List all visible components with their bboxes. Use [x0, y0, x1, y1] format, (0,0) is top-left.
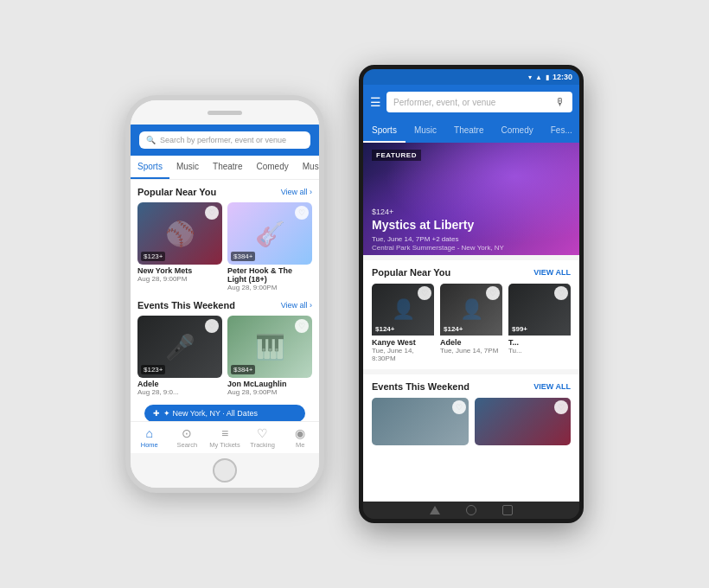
heart-icon-jon[interactable]: ♡	[295, 319, 309, 333]
card-image-adele-android: 👤 ♡ $124+	[440, 284, 502, 336]
card-adele[interactable]: 🎤 $123+ ♡	[137, 316, 222, 378]
third-date: Tu...	[508, 347, 571, 355]
android-tab-theatre[interactable]: Theatre	[445, 119, 492, 143]
android-popular-view-all[interactable]: VIEW ALL	[533, 268, 571, 277]
android-popular-header: Popular Near You VIEW ALL	[372, 267, 571, 278]
microphone-icon[interactable]: 🎙	[555, 96, 565, 108]
card-image-kanye: 👤 ♡ $124+	[372, 284, 434, 336]
card-info-peter: Peter Hook & The Light (18+) Aug 28, 9:0…	[227, 265, 312, 293]
tab-sports[interactable]: Sports	[131, 156, 169, 179]
search-placeholder-text: Search by performer, event or venue	[160, 136, 286, 144]
nav-tracking[interactable]: ♡ Tracking	[244, 422, 282, 453]
iphone-search-bar: 🔍 Search by performer, event or venue	[131, 125, 319, 156]
heart-icon-adele-android[interactable]: ♡	[486, 286, 500, 300]
featured-label: FEATURED	[372, 150, 421, 161]
iphone-device: 🔍 Search by performer, event or venue Sp…	[125, 95, 324, 493]
list-item[interactable]: ⚾ $123+ ♡ New York Mets Aug 28, 9:00PM	[137, 202, 222, 293]
nav-home[interactable]: ⌂ Home	[131, 422, 169, 453]
iphone-home-button[interactable]	[213, 458, 237, 483]
android-search-bar: ☰ Performer, event, or venue 🎙	[363, 85, 579, 119]
popular-title: Popular Near You	[137, 187, 216, 197]
android-popular-title: Popular Near You	[372, 267, 450, 278]
card-name-mets: New York Mets	[137, 266, 222, 275]
battery-icon: ▮	[546, 74, 549, 81]
tab-comedy[interactable]: Comedy	[250, 156, 296, 179]
featured-date: Tue, June 14, 7PM +2 dates	[372, 235, 458, 243]
kanye-date: Tue, June 14, 8:30PM	[372, 347, 434, 362]
tickets-icon: ≡	[221, 426, 228, 440]
card-image-third: ♡ $99+	[508, 284, 571, 336]
list-item[interactable]: 👤 ♡ $124+ Kanye West Tue, June 14, 8:30P…	[372, 284, 434, 362]
tab-music[interactable]: Music	[169, 156, 206, 179]
adele-price: $124+	[444, 325, 463, 333]
android-popular-section: Popular Near You VIEW ALL 👤 ♡ $124+ Kany…	[363, 260, 579, 369]
list-item[interactable]: 👤 ♡ $124+ Adele Tue, June 14, 7PM	[440, 284, 502, 362]
heart-icon-adele[interactable]: ♡	[205, 319, 219, 333]
signal-icon: ▲	[535, 74, 542, 81]
nav-home-label: Home	[141, 441, 158, 449]
home-icon: ⌂	[146, 426, 153, 440]
heart-icon-kanye[interactable]: ♡	[418, 286, 431, 300]
adele-name: Adele	[440, 338, 502, 347]
card-price-adele: $123+	[141, 365, 165, 374]
featured-title: Mystics at Liberty	[372, 218, 474, 232]
android-tab-comedy[interactable]: Comedy	[493, 119, 542, 143]
hamburger-icon[interactable]: ☰	[370, 95, 381, 109]
card-mets[interactable]: ⚾ $123+ ♡	[137, 202, 222, 265]
card-name-peter: Peter Hook & The Light (18+)	[227, 266, 312, 284]
heart-icon-third[interactable]: ♡	[554, 286, 568, 300]
list-item[interactable]: ♡	[372, 398, 469, 445]
card-name-jon: Jon McLaughlin	[227, 380, 312, 388]
nav-me-label: Me	[296, 441, 304, 449]
recents-button[interactable]	[502, 505, 513, 515]
android-weekend-view-all[interactable]: VIEW ALL	[533, 382, 571, 391]
iphone-speaker	[208, 111, 242, 115]
card-peter[interactable]: 🎸 $384+ ♡	[227, 202, 312, 265]
iphone-search-input[interactable]: 🔍 Search by performer, event or venue	[139, 131, 310, 149]
weekend-title: Events This Weekend	[137, 300, 235, 310]
weekend-view-all[interactable]: View all ›	[281, 301, 312, 310]
home-button[interactable]	[466, 505, 476, 515]
location-filter-pill[interactable]: ✚ ✦ New York, NY · All Dates	[144, 405, 305, 421]
featured-price: $124+	[372, 208, 393, 216]
card-price-jon: $384+	[231, 365, 255, 374]
heart-nav-icon: ♡	[257, 426, 268, 440]
list-item[interactable]: ♡	[475, 398, 572, 445]
list-item[interactable]: ♡ $99+ T... Tu...	[508, 284, 571, 362]
android-search-placeholder: Performer, event, or venue	[393, 98, 550, 107]
card-price-peter: $384+	[231, 252, 255, 261]
popular-view-all[interactable]: View all ›	[281, 188, 312, 196]
heart-icon-peter[interactable]: ♡	[295, 206, 309, 220]
back-button[interactable]	[430, 506, 440, 514]
card-date-peter: Aug 28, 9:00PM	[227, 284, 312, 291]
popular-section-header: Popular Near You View all ›	[137, 187, 312, 197]
android-tab-sports[interactable]: Sports	[363, 119, 406, 143]
nav-search-label: Search	[177, 441, 198, 449]
heart-icon-weekend-2[interactable]: ♡	[554, 400, 568, 414]
android-search-input[interactable]: Performer, event, or venue 🎙	[386, 92, 572, 112]
card-date-adele: Aug 28, 9:0...	[137, 388, 222, 396]
iphone-screen: 🔍 Search by performer, event or venue Sp…	[131, 125, 319, 453]
nav-tickets[interactable]: ≡ My Tickets	[206, 422, 244, 453]
card-date-mets: Aug 28, 9:00PM	[137, 275, 222, 283]
third-price: $99+	[512, 325, 527, 333]
featured-banner[interactable]: FEATURED $124+ Mystics at Liberty Tue, J…	[363, 143, 579, 255]
tab-more[interactable]: Mus...	[296, 156, 319, 179]
list-item[interactable]: 🎤 $123+ ♡ Adele Aug 28, 9:0...	[137, 316, 222, 398]
android-tab-music[interactable]: Music	[406, 119, 445, 143]
location-text: ✦ New York, NY · All Dates	[163, 409, 258, 418]
nav-me[interactable]: ◉ Me	[281, 422, 319, 453]
tab-theatre[interactable]: Theatre	[206, 156, 249, 179]
card-name-adele: Adele	[137, 380, 222, 388]
android-status-bar: ▾ ▲ ▮ 12:30	[363, 69, 579, 85]
list-item[interactable]: 🎸 $384+ ♡ Peter Hook & The Light (18+) A…	[227, 202, 312, 293]
iphone-bottom-nav: ⌂ Home ⊙ Search ≡ My Tickets ♡ Tracking …	[131, 421, 319, 453]
nav-tickets-label: My Tickets	[209, 441, 240, 449]
heart-icon-weekend-1[interactable]: ♡	[452, 400, 466, 414]
list-item[interactable]: 🎹 $384+ ♡ Jon McLaughlin Aug 28, 9:00PM	[227, 316, 312, 398]
heart-icon-mets[interactable]: ♡	[205, 206, 219, 220]
nav-search[interactable]: ⊙ Search	[169, 422, 207, 453]
card-jon[interactable]: 🎹 $384+ ♡	[227, 316, 312, 378]
kanye-name: Kanye West	[372, 338, 434, 347]
android-tab-more[interactable]: Fes...	[542, 119, 579, 143]
